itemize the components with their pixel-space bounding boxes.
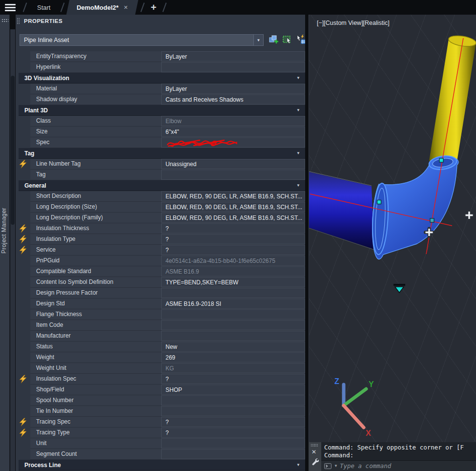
- property-row-status[interactable]: StatusNew: [30, 342, 305, 352]
- drag-handle-icon[interactable]: [1, 19, 8, 22]
- pickadd-toggle-icon[interactable]: [269, 34, 279, 45]
- collapse-icon[interactable]: ▼: [296, 108, 305, 112]
- flow-direction-grip[interactable]: [393, 284, 405, 293]
- property-row-line-number-tag[interactable]: Line Number TagUnassigned: [30, 159, 305, 170]
- property-row-insulation-thickness[interactable]: Insulation Thickness?: [30, 223, 305, 234]
- property-row-content-iso-symbol-definition[interactable]: Content Iso Symbol DefinitionTYPE=BEND,S…: [30, 277, 305, 288]
- property-row-tag[interactable]: Tag: [30, 170, 305, 180]
- property-value[interactable]: [161, 449, 305, 459]
- property-value[interactable]: ?: [161, 374, 305, 384]
- property-row-shop-field[interactable]: Shop/FieldSHOP: [30, 385, 305, 395]
- collapse-icon[interactable]: ▼: [296, 183, 305, 188]
- property-value[interactable]: [161, 438, 305, 449]
- select-objects-icon[interactable]: [282, 34, 293, 45]
- property-row-size[interactable]: Size6"x4": [30, 127, 305, 137]
- palette-grip-icon[interactable]: [17, 18, 20, 24]
- property-row-unit[interactable]: Unit: [30, 438, 305, 449]
- property-row-short-description[interactable]: Short DescriptionELBOW, RED, 90 DEG, LR,…: [30, 191, 305, 202]
- property-value[interactable]: Elbow: [161, 116, 305, 126]
- property-value[interactable]: [161, 406, 305, 416]
- collapse-icon[interactable]: ▼: [296, 76, 305, 80]
- property-value[interactable]: ?: [161, 245, 305, 255]
- property-value[interactable]: [161, 395, 305, 406]
- property-value[interactable]: ASME B16.9-2018 SI: [161, 299, 305, 309]
- property-value[interactable]: 6"x4": [161, 127, 305, 137]
- property-value[interactable]: [161, 309, 305, 320]
- property-value[interactable]: ?: [161, 428, 305, 438]
- drag-handle-icon[interactable]: [310, 444, 318, 447]
- collapse-icon[interactable]: ▼: [296, 463, 305, 467]
- property-value[interactable]: ELBOW, RED, 90 DEG, LR, ASME B16.9, SCH.…: [161, 213, 305, 223]
- quick-select-icon[interactable]: [296, 34, 305, 45]
- property-value[interactable]: ByLayer: [161, 84, 305, 94]
- property-row-spec[interactable]: Spec: [30, 137, 305, 148]
- tab-start[interactable]: Start: [30, 0, 57, 15]
- property-value[interactable]: 4e0514c1-a62a-4b15-bb40-1f6e65c02675: [161, 256, 305, 266]
- ucs-icon[interactable]: Z Y X: [334, 377, 374, 437]
- property-value[interactable]: [161, 62, 305, 72]
- property-value[interactable]: KG: [161, 363, 305, 373]
- customize-wrench-icon[interactable]: [311, 458, 319, 466]
- property-row-long-description-family[interactable]: Long Description (Family)ELBOW, RED, 90 …: [30, 213, 305, 223]
- command-input[interactable]: [340, 462, 476, 470]
- selected-elbow[interactable]: [371, 154, 458, 259]
- property-row-tracing-spec[interactable]: Tracing Spec?: [30, 417, 305, 428]
- section-header-general[interactable]: General▼: [19, 180, 305, 191]
- menu-icon[interactable]: [0, 0, 20, 15]
- property-row-hyperlink[interactable]: Hyperlink: [30, 62, 305, 73]
- property-value[interactable]: 269: [161, 352, 305, 363]
- property-row-compatible-standard[interactable]: Compatible StandardASME B16.9: [30, 266, 305, 277]
- property-value[interactable]: ELBOW, RED, 90 DEG, LR, ASME B16.9, SCH.…: [161, 191, 305, 201]
- property-row-weight[interactable]: Weight269: [30, 352, 305, 363]
- property-value[interactable]: ?: [161, 417, 305, 427]
- property-value[interactable]: ASME B16.9: [161, 266, 305, 277]
- property-row-tie-in-number[interactable]: Tie In Number: [30, 406, 305, 417]
- section-header-plant-3d[interactable]: Plant 3D▼: [19, 105, 305, 116]
- close-tab-icon[interactable]: ✕: [124, 4, 128, 11]
- property-row-design-std[interactable]: Design StdASME B16.9-2018 SI: [30, 299, 305, 309]
- chevron-down-icon[interactable]: ▼: [253, 35, 263, 45]
- property-row-design-pressure-factor[interactable]: Design Pressure Factor: [30, 288, 305, 299]
- close-icon[interactable]: ✕: [311, 449, 316, 455]
- property-value[interactable]: TYPE=BEND,SKEY=BEBW: [161, 277, 305, 287]
- section-header-3d-visualization[interactable]: 3D Visualization▼: [19, 73, 305, 84]
- section-header-process-line[interactable]: Process Line▼: [19, 460, 305, 471]
- property-row-tracing-type[interactable]: Tracing Type?: [30, 428, 305, 438]
- property-row-weight-unit[interactable]: Weight UnitKG: [30, 363, 305, 374]
- new-tab-button[interactable]: +: [148, 2, 160, 13]
- property-value[interactable]: Unassigned: [161, 159, 305, 169]
- property-value[interactable]: [161, 320, 305, 330]
- property-row-flange-thickness[interactable]: Flange Thickness: [30, 309, 305, 320]
- property-row-segment-count[interactable]: Segment Count: [30, 449, 305, 460]
- property-row-pnpguid[interactable]: PnPGuid4e0514c1-a62a-4b15-bb40-1f6e65c02…: [30, 256, 305, 266]
- property-row-insulation-type[interactable]: Insulation Type?: [30, 234, 305, 245]
- viewport-controls[interactable]: [−][Custom View][Realistic]: [317, 20, 390, 26]
- property-value[interactable]: ?: [161, 223, 305, 234]
- property-value-redacted[interactable]: [161, 137, 305, 148]
- command-prompt-icon[interactable]: [324, 463, 332, 469]
- object-type-select[interactable]: Pipe Inline Asset ▼: [20, 34, 264, 46]
- property-value[interactable]: Casts and Receives Shadows: [161, 94, 305, 105]
- tab-demomodel2[interactable]: DemoModel2* ✕: [66, 0, 139, 15]
- viewport-canvas[interactable]: Z Y X [−][Custom View][Realistic]: [309, 15, 476, 442]
- property-value[interactable]: [161, 288, 305, 298]
- property-value[interactable]: [161, 331, 305, 341]
- property-value[interactable]: ?: [161, 234, 305, 244]
- property-value[interactable]: New: [161, 342, 305, 352]
- property-value[interactable]: [161, 170, 305, 180]
- section-header-tag[interactable]: Tag▼: [19, 148, 305, 159]
- property-value[interactable]: ByLayer: [161, 51, 305, 62]
- property-row-service[interactable]: Service?: [30, 245, 305, 256]
- property-value[interactable]: SHOP: [161, 385, 305, 395]
- collapse-icon[interactable]: ▼: [296, 151, 305, 155]
- property-value[interactable]: ELBOW, RED, 90 DEG, LR, ASME B16.9, SCH.…: [161, 202, 305, 212]
- property-row-item-code[interactable]: Item Code: [30, 320, 305, 331]
- property-row-class[interactable]: ClassElbow: [30, 116, 305, 127]
- dark-blue-pipe[interactable]: [309, 171, 374, 250]
- property-row-long-description-size[interactable]: Long Description (Size)ELBOW, RED, 90 DE…: [30, 202, 305, 213]
- property-row-material[interactable]: MaterialByLayer: [30, 84, 305, 94]
- chevron-down-icon[interactable]: ▼: [334, 464, 338, 468]
- property-row-shadow-display[interactable]: Shadow displayCasts and Receives Shadows: [30, 94, 305, 105]
- property-row-entitytransparency[interactable]: EntityTransparencyByLayer: [30, 51, 305, 62]
- property-row-spool-number[interactable]: Spool Number: [30, 395, 305, 406]
